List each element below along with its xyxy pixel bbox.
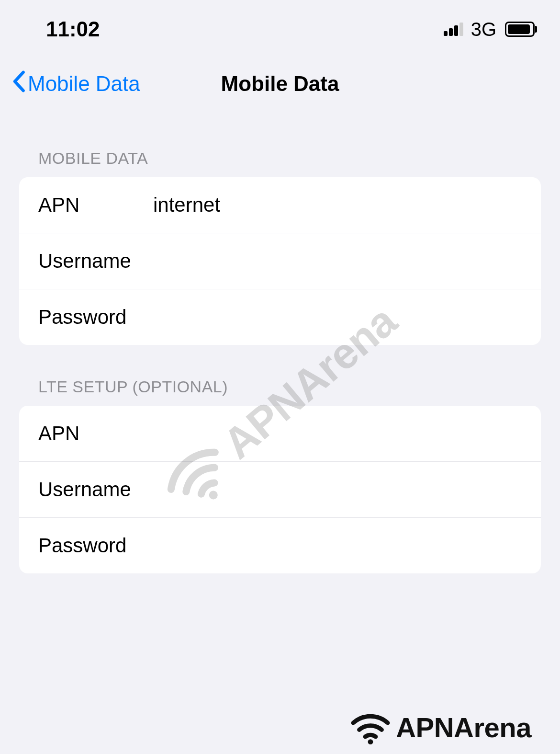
input-lte-password[interactable] bbox=[153, 534, 522, 557]
battery-icon bbox=[505, 22, 537, 37]
status-time: 11:02 bbox=[46, 17, 100, 41]
nav-bar: Mobile Data Mobile Data bbox=[0, 55, 560, 116]
input-password[interactable] bbox=[153, 306, 522, 329]
row-username[interactable]: Username bbox=[19, 233, 541, 289]
label-lte-username: Username bbox=[38, 478, 153, 501]
settings-group-mobile-data: APN Username Password bbox=[19, 177, 541, 345]
input-lte-username[interactable] bbox=[153, 478, 522, 501]
row-password[interactable]: Password bbox=[19, 289, 541, 345]
input-username[interactable] bbox=[153, 250, 522, 273]
label-lte-apn: APN bbox=[38, 422, 153, 445]
row-lte-password[interactable]: Password bbox=[19, 518, 541, 573]
page-title: Mobile Data bbox=[221, 72, 339, 96]
section-header-lte-setup: LTE SETUP (OPTIONAL) bbox=[0, 345, 560, 406]
status-bar: 11:02 3G bbox=[0, 0, 560, 55]
row-lte-apn[interactable]: APN bbox=[19, 406, 541, 462]
svg-point-1 bbox=[368, 739, 373, 744]
watermark-bottom: APNArena bbox=[349, 709, 531, 745]
section-header-mobile-data: MOBILE DATA bbox=[0, 116, 560, 177]
back-label: Mobile Data bbox=[28, 72, 140, 96]
label-password: Password bbox=[38, 306, 153, 329]
label-apn: APN bbox=[38, 194, 153, 217]
chevron-left-icon bbox=[11, 70, 26, 97]
status-right: 3G bbox=[444, 19, 537, 40]
input-lte-apn[interactable] bbox=[153, 422, 522, 445]
row-apn[interactable]: APN bbox=[19, 177, 541, 233]
back-button[interactable]: Mobile Data bbox=[11, 70, 140, 97]
input-apn[interactable] bbox=[153, 194, 522, 217]
watermark-text: APNArena bbox=[396, 711, 531, 743]
row-lte-username[interactable]: Username bbox=[19, 462, 541, 518]
settings-group-lte-setup: APN Username Password bbox=[19, 406, 541, 573]
label-lte-password: Password bbox=[38, 534, 153, 557]
wifi-icon bbox=[349, 709, 392, 745]
signal-bars-icon bbox=[444, 23, 463, 36]
label-username: Username bbox=[38, 250, 153, 273]
network-type: 3G bbox=[471, 19, 496, 40]
